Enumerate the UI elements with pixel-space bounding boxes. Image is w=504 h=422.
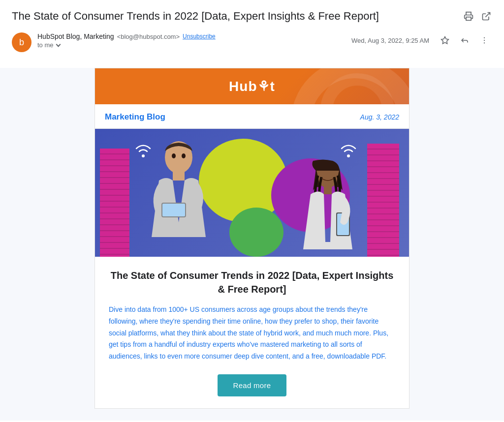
wifi-right-icon	[340, 144, 357, 160]
svg-rect-9	[162, 204, 185, 216]
sender-right: Wed, Aug 3, 2022, 9:25 AM	[351, 32, 492, 48]
svg-point-10	[172, 153, 176, 158]
article-content: The State of Consumer Trends in 2022 [Da…	[95, 257, 409, 408]
reply-icon[interactable]	[457, 32, 472, 48]
building-right	[367, 144, 399, 257]
email-container: The State of Consumer Trends in 2022 [Da…	[0, 0, 504, 422]
svg-point-5	[484, 42, 485, 43]
email-subject-text: The State of Consumer Trends in 2022 [Da…	[12, 10, 455, 23]
sender-row: b HubSpot Blog, Marketing <blog@hubspot.…	[12, 30, 492, 54]
star-icon[interactable]	[437, 32, 453, 48]
sender-left: b HubSpot Blog, Marketing <blog@hubspot.…	[12, 32, 216, 52]
svg-point-11	[182, 153, 186, 158]
svg-rect-0	[466, 17, 471, 21]
person-right	[296, 158, 360, 257]
print-icon[interactable]	[463, 10, 474, 22]
chevron-down-icon	[56, 42, 61, 47]
svg-marker-2	[441, 37, 449, 44]
sender-name: HubSpot Blog, Marketing	[37, 32, 114, 40]
blog-info-row: Marketing Blog Aug. 3, 2022	[95, 104, 409, 129]
svg-rect-13	[324, 185, 332, 194]
svg-rect-7	[173, 171, 185, 181]
avatar: b	[12, 32, 32, 52]
svg-point-3	[484, 37, 485, 38]
blog-date: Aug. 3, 2022	[360, 113, 399, 121]
sender-info: HubSpot Blog, Marketing <blog@hubspot.co…	[37, 32, 216, 49]
email-content: Hub⚘t Marketing Blog Aug. 3, 2022	[94, 68, 410, 409]
email-body-wrapper: Hub⚘t Marketing Blog Aug. 3, 2022	[0, 68, 504, 421]
hubspot-banner: Hub⚘t	[95, 68, 409, 104]
more-icon[interactable]	[476, 32, 492, 48]
popout-icon[interactable]	[480, 10, 492, 22]
person-left	[134, 139, 223, 257]
sprocket-symbol: ⚘	[257, 79, 270, 94]
email-header: The State of Consumer Trends in 2022 [Da…	[0, 0, 504, 60]
blog-title-label: Marketing Blog	[105, 112, 165, 122]
article-title: The State of Consumer Trends in 2022 [Da…	[109, 269, 395, 296]
svg-line-1	[485, 13, 490, 17]
sender-name-line: HubSpot Blog, Marketing <blog@hubspot.co…	[37, 32, 216, 40]
read-more-button[interactable]: Read more	[218, 374, 287, 396]
building-left	[100, 149, 129, 257]
hubspot-logo: Hub⚘t	[115, 78, 389, 94]
hero-image	[95, 129, 409, 257]
unsubscribe-link[interactable]: Unsubscribe	[183, 33, 216, 40]
subject-action-icons	[463, 10, 492, 22]
email-subject-row: The State of Consumer Trends in 2022 [Da…	[12, 10, 492, 23]
sender-to[interactable]: to me	[37, 41, 216, 49]
sender-email: <blog@hubspot.com>	[117, 33, 180, 40]
circle-green	[229, 208, 284, 257]
svg-point-4	[484, 40, 485, 41]
article-body: Dive into data from 1000+ US consumers a…	[109, 304, 395, 362]
email-date: Wed, Aug 3, 2022, 9:25 AM	[351, 37, 429, 44]
